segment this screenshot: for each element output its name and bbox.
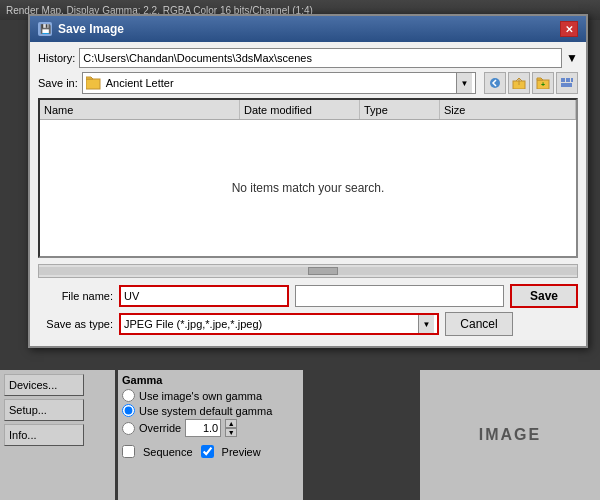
override-label: Override (139, 422, 181, 434)
filename-label: File name: (38, 290, 113, 302)
close-button[interactable]: ✕ (560, 21, 578, 37)
setup-button[interactable]: Setup... (4, 399, 84, 421)
spin-down-button[interactable]: ▼ (225, 428, 237, 437)
cancel-button[interactable]: Cancel (445, 312, 513, 336)
savein-area: Save in: Ancient Letter ▼ (38, 72, 578, 94)
dialog-title: Save Image (58, 22, 124, 36)
file-list-header: Name Date modified Type Size (40, 100, 576, 120)
radio-row-1: Use image's own gamma (122, 389, 299, 402)
back-button[interactable] (484, 72, 506, 94)
scrollbar-thumb[interactable] (308, 267, 338, 275)
override-row: Override ▲ ▼ (122, 419, 299, 437)
bottom-left-panel: Devices... Setup... Info... (0, 370, 115, 500)
preview-checkbox[interactable] (201, 445, 214, 458)
gamma-panel: Gamma Use image's own gamma Use system d… (118, 370, 303, 500)
svg-rect-6 (566, 78, 570, 82)
dialog-icon: 💾 (38, 22, 52, 36)
gamma-radio-3[interactable] (122, 422, 135, 435)
svg-point-1 (490, 78, 500, 88)
gamma-radio-2[interactable] (122, 404, 135, 417)
save-button[interactable]: Save (510, 284, 578, 308)
dialog-body: History: ▼ Save in: Ancient Letter ▼ (30, 42, 586, 346)
folder-icon (86, 76, 102, 90)
view-menu-button[interactable] (556, 72, 578, 94)
new-folder-button[interactable]: + (532, 72, 554, 94)
filename-row: File name: Save (38, 284, 578, 308)
preview-label: Preview (222, 446, 261, 458)
save-image-dialog: 💾 Save Image ✕ History: ▼ Save in: Ancie… (28, 14, 588, 348)
history-dropdown-arrow[interactable]: ▼ (566, 51, 578, 65)
filename-input[interactable] (119, 285, 289, 307)
savein-combo[interactable]: Ancient Letter ▼ (82, 72, 476, 94)
override-input[interactable] (185, 419, 221, 437)
filename-input2[interactable] (295, 285, 504, 307)
override-spinner: ▲ ▼ (225, 419, 237, 437)
devices-button[interactable]: Devices... (4, 374, 84, 396)
svg-rect-7 (571, 78, 573, 82)
image-panel: IMAGE (420, 370, 600, 500)
savetype-value: JPEG File (*.jpg,*.jpe,*.jpeg) (124, 318, 262, 330)
gamma-label-1: Use image's own gamma (139, 390, 262, 402)
toolbar-row: + (484, 72, 578, 94)
gamma-radio-1[interactable] (122, 389, 135, 402)
col-type-header[interactable]: Type (360, 100, 440, 119)
info-button[interactable]: Info... (4, 424, 84, 446)
svg-rect-0 (86, 79, 100, 89)
savein-label: Save in: (38, 77, 78, 89)
dialog-titlebar: 💾 Save Image ✕ (30, 16, 586, 42)
history-input[interactable] (79, 48, 562, 68)
savetype-label: Save as type: (38, 318, 113, 330)
gamma-title: Gamma (122, 374, 299, 386)
svg-rect-5 (561, 78, 565, 82)
spin-up-button[interactable]: ▲ (225, 419, 237, 428)
file-list-area: Name Date modified Type Size No items ma… (38, 98, 578, 258)
gamma-label-2: Use system default gamma (139, 405, 272, 417)
file-list-body: No items match your search. (40, 120, 576, 256)
radio-row-2: Use system default gamma (122, 404, 299, 417)
svg-text:+: + (541, 81, 545, 88)
history-row: History: ▼ (38, 48, 578, 68)
savein-folder-name: Ancient Letter (106, 77, 456, 89)
savetype-dropdown-btn[interactable]: ▼ (418, 315, 434, 333)
scrollbar-track (39, 267, 577, 275)
sequence-label: Sequence (143, 446, 193, 458)
svg-rect-8 (561, 83, 572, 87)
no-items-message: No items match your search. (232, 181, 385, 195)
sequence-checkbox[interactable] (122, 445, 135, 458)
savein-dropdown-btn[interactable]: ▼ (456, 73, 472, 93)
savetype-row: Save as type: JPEG File (*.jpg,*.jpe,*.j… (38, 312, 578, 336)
titlebar-left: 💾 Save Image (38, 22, 124, 36)
horizontal-scrollbar[interactable] (38, 264, 578, 278)
savetype-combo[interactable]: JPEG File (*.jpg,*.jpe,*.jpeg) ▼ (119, 313, 439, 335)
image-label: IMAGE (479, 426, 541, 444)
up-folder-button[interactable] (508, 72, 530, 94)
col-date-header[interactable]: Date modified (240, 100, 360, 119)
history-label: History: (38, 52, 75, 64)
col-size-header[interactable]: Size (440, 100, 576, 119)
col-name-header[interactable]: Name (40, 100, 240, 119)
